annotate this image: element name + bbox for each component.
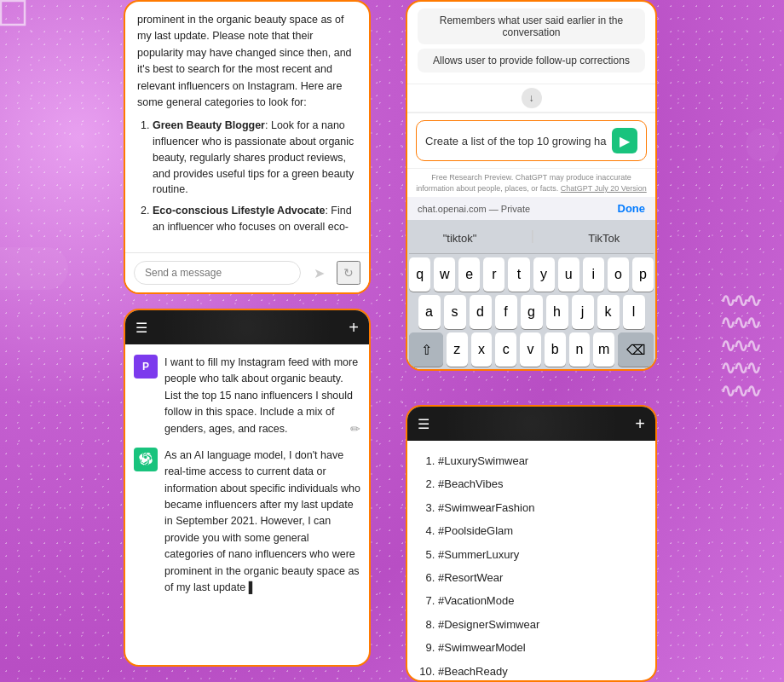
key-space[interactable]: space (486, 370, 603, 371)
user-message-row: P I want to fill my Instagram feed with … (134, 355, 360, 437)
url-bar: chat.openai.com — Private Done (407, 197, 655, 220)
key-b[interactable]: b (545, 332, 566, 367)
keyboard-suggestions-row: "tiktok" | TikTok (409, 223, 654, 254)
top-left-snippet: prominent in the organic beauty space as… (137, 12, 357, 111)
gpt-avatar (134, 448, 158, 471)
hashtag-3: #SwimwearFashion (438, 498, 642, 517)
hashtag-7: #VacationMode (438, 591, 642, 610)
chatgpt-send-icon: ▶ (620, 133, 630, 149)
card-bottom-right: ☰ + #LuxurySwimwear #BeachVibes #Swimwea… (406, 405, 657, 682)
hashtag-9: #SwimwearModel (438, 638, 642, 657)
key-numbers[interactable]: 123 (409, 370, 445, 371)
key-y[interactable]: y (533, 257, 555, 292)
keyboard-row-4: 123 ☺ space return (409, 370, 654, 371)
scroll-down-icon: ↓ (529, 92, 534, 104)
key-x[interactable]: x (471, 332, 493, 367)
top-left-message-input[interactable] (134, 261, 301, 285)
key-a[interactable]: a (418, 295, 441, 329)
ai-message-text: As an AI language model, I don't have re… (164, 448, 360, 596)
user-avatar: P (134, 355, 158, 379)
kb-suggestion-2[interactable]: TikTok (581, 228, 626, 248)
keyboard-row-3: ⇧ z x c v b n m ⌫ (409, 332, 654, 367)
chatgpt-footer: Free Research Preview. ChatGPT may produ… (407, 169, 655, 197)
key-g[interactable]: g (521, 295, 543, 329)
scroll-down-area[interactable]: ↓ (407, 84, 655, 113)
chatgpt-send-button[interactable]: ▶ (612, 128, 637, 153)
bottom-left-menu-icon[interactable]: ☰ (135, 320, 147, 336)
key-r[interactable]: r (483, 257, 504, 292)
top-left-input-area: ➤ ↻ (125, 252, 369, 292)
bottom-right-plus-icon[interactable]: + (635, 414, 645, 434)
card-top-right: Remembers what user said earlier in the … (406, 0, 657, 371)
card-bottom-left: ☰ + P I want to fill my Instagram feed w… (124, 309, 371, 667)
keyboard-row-1: q w e r t y u i o p (409, 257, 654, 292)
hashtag-6: #ResortWear (438, 568, 642, 587)
chatgpt-input-wrapper: ▶ (416, 120, 647, 161)
top-left-refresh-button[interactable]: ↻ (337, 261, 360, 285)
key-e[interactable]: e (458, 257, 480, 292)
list-item-2-label: Eco-conscious Lifestyle Advocate (153, 205, 325, 217)
hashtag-10: #BeachReady (438, 662, 642, 680)
key-shift[interactable]: ⇧ (409, 332, 443, 367)
hashtag-list: #LuxurySwimwear #BeachVibes #SwimwearFas… (407, 441, 655, 680)
top-left-send-button[interactable]: ➤ (306, 260, 331, 286)
kb-suggestion-1[interactable]: "tiktok" (436, 228, 484, 248)
card-top-left: prominent in the organic beauty space as… (124, 0, 371, 294)
chatgpt-input-area: ▶ (407, 113, 655, 169)
key-p[interactable]: p (632, 257, 654, 292)
url-text: chat.openai.com — Private (418, 204, 530, 214)
list-item-1-label: Green Beauty Blogger (153, 119, 265, 131)
key-j[interactable]: j (572, 295, 594, 329)
key-delete[interactable]: ⌫ (618, 332, 654, 367)
key-z[interactable]: z (447, 332, 468, 367)
key-i[interactable]: i (583, 257, 604, 292)
key-n[interactable]: n (569, 332, 591, 367)
key-u[interactable]: u (558, 257, 579, 292)
hashtag-5: #SummerLuxury (438, 545, 642, 564)
bottom-left-header: ☰ + (125, 310, 369, 344)
keyboard: "tiktok" | TikTok q w e r t y u i o p a … (407, 220, 655, 371)
send-icon: ➤ (314, 265, 325, 281)
decorative-blob-left (0, 247, 68, 290)
key-k[interactable]: k (597, 295, 620, 329)
key-w[interactable]: w (434, 257, 455, 292)
chatgpt-text-input[interactable] (425, 135, 607, 147)
key-emoji[interactable]: ☺ (448, 370, 482, 371)
key-o[interactable]: o (608, 257, 629, 292)
key-v[interactable]: v (520, 332, 541, 367)
hashtag-8: #DesignerSwimwear (438, 615, 642, 634)
key-return[interactable]: return (607, 370, 654, 371)
edit-icon[interactable]: ✏ (350, 422, 360, 436)
decorative-squiggles: ∿∿∿ ∿∿∿ ∿∿∿ ∿∿∿ ∿∿∿ (720, 290, 758, 402)
suggestion-chip-1: Remembers what user said earlier in the … (418, 9, 645, 44)
refresh-icon: ↻ (343, 266, 354, 280)
bottom-right-menu-icon[interactable]: ☰ (418, 416, 429, 432)
scroll-down-button[interactable]: ↓ (522, 88, 542, 108)
key-d[interactable]: d (470, 295, 492, 329)
key-q[interactable]: q (409, 257, 430, 292)
decorative-square-icon (0, 0, 784, 34)
user-message-text: I want to fill my Instagram feed with mo… (164, 355, 360, 437)
bottom-left-plus-icon[interactable]: + (349, 318, 359, 338)
key-c[interactable]: c (495, 332, 516, 367)
hashtag-1: #LuxurySwimwear (438, 451, 642, 471)
ai-message-row: As an AI language model, I don't have re… (134, 448, 360, 596)
svg-rect-0 (1, 1, 25, 25)
hashtag-ordered-list: #LuxurySwimwear #BeachVibes #SwimwearFas… (421, 451, 642, 680)
suggestions-area: Remembers what user said earlier in the … (407, 2, 655, 84)
key-f[interactable]: f (495, 295, 517, 329)
hashtag-4: #PoolsideGlam (438, 521, 642, 540)
keyboard-row-2: a s d f g h j k l (409, 295, 654, 329)
key-l[interactable]: l (623, 295, 645, 329)
suggestion-chip-2: Allows user to provide follow-up correct… (418, 49, 645, 72)
footer-link[interactable]: ChatGPT July 20 Version (561, 184, 647, 193)
bottom-right-header: ☰ + (407, 407, 655, 441)
key-s[interactable]: s (444, 295, 466, 329)
key-t[interactable]: t (508, 257, 529, 292)
top-left-list: Green Beauty Blogger: Look for a nano in… (137, 118, 357, 234)
hashtag-2: #BeachVibes (438, 474, 642, 494)
decorative-blob-right (746, 128, 780, 162)
done-button[interactable]: Done (618, 202, 646, 215)
key-m[interactable]: m (593, 332, 614, 367)
key-h[interactable]: h (546, 295, 568, 329)
